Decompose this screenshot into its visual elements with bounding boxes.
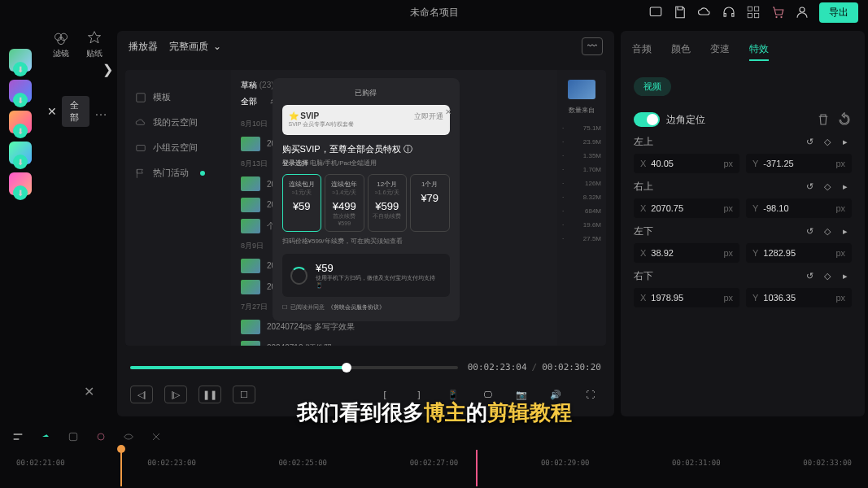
modal-top-label: 已购得 [282,88,450,98]
size-row: ·19.6M [560,218,603,232]
keyframe-icon[interactable]: ◇ [821,270,834,283]
grid-icon[interactable] [746,5,761,20]
video-chip[interactable]: 视频 [634,77,671,96]
reset-icon[interactable] [837,112,852,127]
download-badge[interactable]: ⬇ [13,155,28,169]
tl-tool-5[interactable] [119,428,138,446]
plan-1mo[interactable]: 1个月¥79 [410,174,450,232]
export-button[interactable]: 导出 [819,2,858,23]
headphones-icon[interactable] [722,5,736,20]
svg-rect-2 [755,7,759,11]
chevron-right-icon[interactable]: ❯ [99,61,116,77]
svg-point-6 [780,16,782,18]
tab-effects[interactable]: 特效 [749,39,769,61]
effect-thumb[interactable]: ⬇ [9,111,32,133]
tl-tool-6[interactable] [146,428,166,446]
waveform-icon[interactable]: 〰 [582,37,603,55]
next-kf-icon[interactable]: ▸ [839,270,852,283]
effect-thumb[interactable]: ⬇ [9,142,32,164]
plan-monthly[interactable]: 连续包月≈1元/天¥59 [282,174,322,232]
corner-pin-toggle[interactable] [634,112,660,127]
y-field[interactable]: Y1282.95px [746,243,852,263]
close-panel-icon[interactable]: ✕ [77,382,100,400]
player-panel: 播放器 完整画质 ⌄ 〰 模板 我的云空间 小组云空间 热门活动 草稿 (23)… [117,31,614,416]
download-badge[interactable]: ⬇ [13,124,28,138]
progress-handle[interactable] [342,363,351,373]
tick: 00:02:21:00 [16,459,65,467]
reset-icon[interactable]: ↺ [803,270,816,283]
sidebar-panel: 滤镜 贴纸 ❯ ✕ 全部 … [41,24,114,423]
size-row: ·1.35M [560,149,603,163]
progress-bar[interactable] [130,366,458,369]
left-sidebar: ⬇ ⬇ ⬇ ⬇ ⬇ [0,24,41,423]
modal-agreement[interactable]: ☐已阅读并同意《剪映会员服务协议》 [282,303,450,312]
tab-all[interactable]: 全部 [241,96,257,107]
pause-button[interactable]: ❚❚ [198,386,221,403]
svip-modal: 已购得 ⭐ SVIP立即开通 SVIP 会员专享AI特权套餐 ✕ 购买SVIP，… [273,78,460,321]
all-chip[interactable]: 全部 [62,96,89,127]
more-icon[interactable]: … [94,104,107,119]
close-icon[interactable]: ✕ [47,105,57,118]
tab-color[interactable]: 颜色 [671,39,691,61]
effect-thumb[interactable]: ⬇ [9,80,32,102]
user-icon[interactable] [795,5,809,20]
tab-audio[interactable]: 音频 [632,39,652,61]
plan-yearly[interactable]: 连续包年≈1.4元/天¥499首次续费¥599 [325,174,364,232]
sidebar-tab-sticker[interactable]: 贴纸 [86,30,103,59]
download-badge[interactable]: ⬇ [13,62,28,76]
next-kf-icon[interactable]: ▸ [839,181,852,194]
plan-12mo[interactable]: 12个月≈1.6元/天¥599不自动续费 [368,174,408,232]
tl-tool-1[interactable] [8,428,28,446]
end-marker[interactable] [476,450,478,486]
tl-tool-2[interactable] [36,428,55,446]
reset-icon[interactable]: ↺ [803,225,816,238]
tl-tool-3[interactable] [63,428,83,446]
sidebar-tab-filter[interactable]: 滤镜 [53,30,69,59]
nav-templates[interactable]: 模板 [132,85,225,110]
tab-speed[interactable]: 变速 [710,39,730,61]
next-frame-button[interactable]: |▷ [164,386,187,403]
playhead[interactable] [120,450,122,486]
save-icon[interactable] [673,5,687,20]
modal-banner[interactable]: ⭐ SVIP立即开通 SVIP 会员专享AI特权套餐 [282,105,450,135]
next-kf-icon[interactable]: ▸ [839,225,852,238]
nav-team-cloud[interactable]: 小组云空间 [132,135,225,160]
tab-drafts[interactable]: 草稿 (23) [241,80,274,91]
x-field[interactable]: X2070.75px [634,198,739,218]
size-row: ·75.1M [560,121,603,135]
project-title: 未命名项目 [410,6,459,20]
y-field[interactable]: Y-371.25px [746,154,852,173]
x-field[interactable]: X40.05px [634,154,739,173]
download-badge[interactable]: ⬇ [13,93,28,107]
prev-frame-button[interactable]: ◁| [130,386,153,403]
fullscreen-icon[interactable]: ⛶ [578,386,601,403]
device-icon[interactable] [648,5,663,20]
x-field[interactable]: X1978.95px [634,288,739,307]
time-display: 00:02:23:04/00:02:30:20 [468,362,601,373]
cart-icon[interactable] [770,5,785,20]
file-row[interactable]: 20240710d证件照 [241,338,547,346]
y-field[interactable]: Y-98.10px [746,198,852,218]
stop-button[interactable]: ☐ [233,386,255,403]
keyframe-icon[interactable]: ◇ [821,181,834,194]
nav-hot[interactable]: 热门活动 [132,160,225,185]
tl-tool-4[interactable] [91,428,111,446]
subtitle: 我们看到很多博主的剪辑教程 [297,399,572,427]
next-kf-icon[interactable]: ▸ [839,136,852,149]
reset-icon[interactable]: ↺ [803,136,816,149]
keyframe-icon[interactable]: ◇ [821,225,834,238]
effect-thumb[interactable]: ⬇ [9,172,32,195]
cloud-icon[interactable] [697,5,712,20]
x-field[interactable]: X38.92px [634,243,739,263]
download-badge[interactable]: ⬇ [13,185,28,200]
modal-close-icon[interactable]: ✕ [445,107,451,116]
reset-icon[interactable]: ↺ [803,181,816,194]
quality-dropdown[interactable]: 完整画质 ⌄ [169,40,221,54]
nav-my-cloud[interactable]: 我的云空间 [132,110,225,135]
effect-thumb[interactable]: ⬇ [9,49,32,72]
svg-rect-13 [14,434,23,435]
thumbnail[interactable] [568,80,595,99]
keyframe-icon[interactable]: ◇ [821,136,834,149]
y-field[interactable]: Y1036.35px [746,288,852,307]
trash-icon[interactable] [816,112,831,127]
